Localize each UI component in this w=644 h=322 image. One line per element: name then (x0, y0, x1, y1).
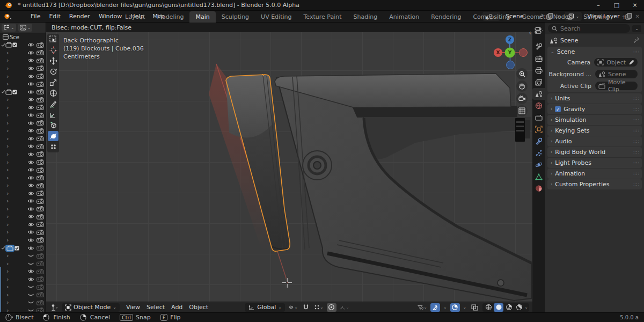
snap-toggle[interactable] (301, 303, 311, 312)
expand-chevron-icon[interactable]: › (6, 260, 14, 267)
expand-chevron-icon[interactable]: › (6, 127, 14, 134)
outliner-row[interactable]: › (0, 127, 46, 135)
drag-grip-icon[interactable]: ∷∷ (634, 49, 639, 55)
outliner-row[interactable]: › (0, 221, 46, 229)
filter-dropdown[interactable]: ⌄ (18, 24, 33, 32)
outliner-row[interactable]: › (0, 306, 46, 312)
camera-visibility-icon[interactable] (36, 74, 44, 79)
tab-compositing[interactable]: Compositing (467, 11, 516, 23)
drag-grip-icon[interactable]: ∷∷ (634, 182, 639, 187)
tab-geometry-nodes[interactable]: Geometry Nodes (516, 11, 577, 23)
eye-icon[interactable] (27, 207, 34, 211)
outliner-row[interactable]: › (0, 291, 46, 299)
eye-icon[interactable] (27, 175, 34, 180)
tab-rendering[interactable]: Rendering (425, 11, 467, 23)
eye-icon[interactable] (27, 214, 34, 219)
eye-icon[interactable] (27, 97, 34, 102)
panel-header[interactable]: ›Simulation∷∷ (547, 115, 642, 125)
camera-visibility-icon[interactable] (36, 97, 44, 103)
outliner-row[interactable]: › (0, 72, 46, 80)
camera-visibility-icon[interactable] (36, 230, 44, 235)
tab-modeling[interactable]: Modeling (151, 11, 189, 23)
camera-visibility-icon[interactable] (36, 222, 44, 227)
expand-chevron-icon[interactable]: › (6, 57, 14, 64)
xray-toggle[interactable] (470, 303, 479, 312)
expand-chevron-icon[interactable]: › (6, 206, 14, 213)
menu-edit[interactable]: Edit (45, 11, 64, 21)
camera-visibility-icon[interactable] (36, 269, 44, 274)
expand-chevron-icon[interactable]: › (6, 49, 14, 56)
move-tool[interactable] (48, 56, 58, 66)
toggle-perspective-button[interactable] (516, 105, 528, 116)
expand-chevron-icon[interactable]: › (6, 299, 14, 306)
properties-tab-material[interactable] (532, 182, 545, 194)
eye-icon[interactable] (27, 58, 34, 63)
properties-tab-data[interactable] (532, 171, 545, 182)
navigation-gizmo[interactable]: Z X Y (492, 34, 529, 70)
properties-tab-object[interactable] (532, 123, 545, 135)
proportional-editing-toggle[interactable] (327, 303, 336, 312)
viewport-3d[interactable]: Bisec: mode:CUT, flip:False Back Orthogr… (46, 23, 532, 302)
panel-header[interactable]: ›Audio∷∷ (547, 136, 642, 147)
camera-visibility-icon[interactable] (36, 292, 44, 297)
transform-tool[interactable] (48, 88, 58, 98)
select-box-tool[interactable] (48, 34, 58, 45)
camera-visibility-icon[interactable] (36, 183, 44, 188)
outliner-row[interactable] (0, 244, 46, 252)
drag-grip-icon[interactable]: ∷∷ (634, 107, 639, 112)
outliner-row[interactable]: › (0, 119, 46, 127)
eye-icon[interactable] (27, 246, 34, 251)
viewport-menu-select[interactable]: Select (143, 303, 168, 312)
expand-chevron-icon[interactable]: › (6, 104, 14, 111)
tab-texture-paint[interactable]: Texture Paint (297, 11, 347, 23)
camera-visibility-icon[interactable] (36, 120, 44, 126)
eye-icon[interactable] (27, 230, 34, 235)
panel-header[interactable]: ›Light Probes∷∷ (547, 158, 642, 168)
viewport-menu-add[interactable]: Add (168, 303, 186, 312)
drag-grip-icon[interactable]: ∷∷ (634, 139, 639, 144)
expand-chevron-icon[interactable]: › (6, 190, 14, 197)
pan-hand-button[interactable] (516, 80, 528, 92)
outliner-row[interactable]: › (0, 150, 46, 158)
pin-icon[interactable] (633, 37, 640, 43)
outliner-row[interactable]: › (0, 166, 46, 174)
eye-icon[interactable] (27, 50, 34, 55)
close-button[interactable]: × (626, 0, 644, 11)
field-input[interactable]: Scene (595, 70, 638, 78)
camera-visibility-icon[interactable] (36, 113, 44, 118)
add-primitive-tool[interactable] (48, 120, 58, 130)
camera-visibility-icon[interactable] (36, 65, 44, 71)
eye-icon[interactable] (27, 300, 34, 305)
camera-visibility-icon[interactable] (36, 144, 44, 149)
expand-chevron-icon[interactable]: › (6, 96, 14, 103)
eye-icon[interactable] (27, 167, 34, 172)
camera-visibility-icon[interactable] (36, 245, 44, 251)
expand-chevron-icon[interactable]: › (6, 151, 14, 158)
outliner-row[interactable]: › (0, 181, 46, 189)
display-mode-dropdown[interactable]: ⌄ (2, 24, 16, 32)
camera-visibility-icon[interactable] (36, 214, 44, 219)
remove-view-layer-icon[interactable]: ✕ (634, 13, 641, 19)
properties-tab-world[interactable] (532, 100, 545, 112)
eye-icon[interactable] (27, 128, 34, 133)
expand-chevron-icon[interactable]: › (6, 73, 14, 80)
shading-rendered-button[interactable] (514, 303, 524, 312)
field-input[interactable]: Movie Clip (595, 82, 638, 90)
panel-header[interactable]: ›Custom Properties∷∷ (547, 179, 642, 189)
outliner-row[interactable]: › (0, 80, 46, 88)
shading-dropdown[interactable]: ⌄ (524, 305, 528, 310)
properties-tab-editor-type[interactable] (532, 25, 545, 36)
show-gizmos-toggle[interactable] (430, 303, 440, 312)
gun-stock-model[interactable] (275, 74, 531, 301)
show-overlays-toggle[interactable] (450, 303, 460, 312)
outliner-row[interactable]: › (0, 213, 46, 221)
outliner-row[interactable]: › (0, 236, 46, 244)
tab-layout[interactable]: Layout (119, 11, 151, 23)
expand-chevron-icon[interactable]: › (6, 143, 14, 150)
drag-grip-icon[interactable]: ∷∷ (634, 150, 639, 155)
eye-icon[interactable] (27, 277, 34, 282)
properties-tab-modifiers[interactable] (532, 135, 545, 147)
outliner-row[interactable]: › (0, 267, 46, 275)
properties-tab-collection[interactable] (532, 112, 545, 123)
transform-orientation-selector[interactable]: Global ⌄ (245, 303, 285, 312)
